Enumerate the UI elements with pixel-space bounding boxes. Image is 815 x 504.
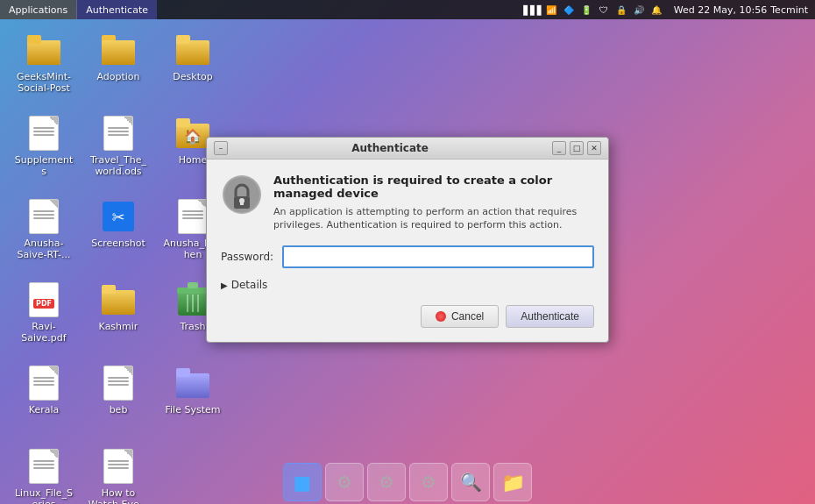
authenticate-button[interactable]: Authenticate (506, 305, 594, 328)
signal-icon: ▋▋▋ (527, 3, 541, 17)
dialog-description: An application is attempting to perform … (273, 205, 594, 232)
bell-icon: 🔔 (649, 3, 663, 17)
bluetooth-icon: 🔷 (562, 3, 576, 17)
password-input[interactable] (282, 245, 594, 268)
wifi-icon: 📶 (544, 3, 558, 17)
cancel-dot-icon (436, 311, 446, 322)
dialog-body: Authentication is required to create a c… (207, 160, 608, 343)
authenticate-label: Authenticate (521, 310, 579, 323)
shield-icon: 🛡 (597, 3, 611, 17)
details-row[interactable]: ▶ Details (221, 279, 594, 291)
dialog-heading: Authentication is required to create a c… (273, 174, 594, 200)
details-arrow-icon: ▶ (221, 280, 228, 290)
system-tray: ▋▋▋ 📶 🔷 🔋 🛡 🔒 🔊 🔔 Wed 22 May, 10:56 Tecm… (527, 3, 815, 17)
dialog-text-area: Authentication is required to create a c… (273, 174, 594, 232)
svg-rect-26 (240, 201, 244, 205)
lock-icon: 🔒 (614, 3, 628, 17)
window-label: Authenticate (86, 4, 148, 16)
cancel-button[interactable]: Cancel (421, 305, 499, 328)
clock: Wed 22 May, 10:56 (674, 4, 767, 16)
password-row: Password: (221, 245, 594, 268)
details-label: Details (231, 279, 268, 291)
apps-menu-label: Applications (9, 4, 67, 16)
cancel-label: Cancel (451, 310, 484, 323)
dialog-maximize-btn[interactable]: □ (570, 141, 584, 155)
gear3-icon: ⚙ (421, 472, 436, 493)
dialog-overlay: – Authenticate _ □ ✕ (0, 19, 815, 460)
dialog-close-btn[interactable]: ✕ (587, 141, 601, 155)
applications-menu[interactable]: Applications (0, 0, 76, 19)
dialog-header: Authentication is required to create a c… (221, 174, 594, 232)
taskbar-settings2-btn[interactable]: ⚙ (367, 463, 406, 501)
dialog-restore-btn[interactable]: – (214, 141, 228, 155)
gear1-icon: ⚙ (337, 472, 352, 493)
taskbar-settings3-btn[interactable]: ⚙ (409, 463, 448, 501)
dialog-buttons: Cancel Authenticate (221, 305, 594, 328)
dialog-icon (221, 174, 263, 216)
taskbar-top: Applications Authenticate ▋▋▋ 📶 🔷 🔋 🛡 🔒 … (0, 0, 815, 19)
taskbar-bottom: ■ ⚙ ⚙ ⚙ 🔍 📁 (0, 460, 815, 504)
authenticate-dialog: – Authenticate _ □ ✕ (206, 137, 609, 344)
taskbar-files-btn[interactable]: ■ (283, 463, 322, 501)
distro-label: Tecmint (770, 4, 808, 16)
dialog-title: Authenticate (228, 142, 552, 154)
taskbar-folder-btn[interactable]: 📁 (493, 463, 532, 501)
folder-taskbar-icon: 📁 (501, 472, 525, 493)
taskbar-search-btn[interactable]: 🔍 (451, 463, 490, 501)
dialog-titlebar-btns: _ □ ✕ (552, 141, 601, 155)
window-taskbar-btn[interactable]: Authenticate (76, 0, 157, 19)
dialog-minimize-btn[interactable]: _ (552, 141, 566, 155)
search-icon: 🔍 (460, 472, 482, 493)
gear2-icon: ⚙ (379, 472, 394, 493)
volume-icon: 🔊 (632, 3, 646, 17)
battery-icon: 🔋 (579, 3, 593, 17)
dialog-titlebar: – Authenticate _ □ ✕ (207, 138, 608, 160)
files-icon: ■ (294, 472, 312, 493)
password-label: Password: (221, 251, 273, 263)
taskbar-settings1-btn[interactable]: ⚙ (325, 463, 364, 501)
